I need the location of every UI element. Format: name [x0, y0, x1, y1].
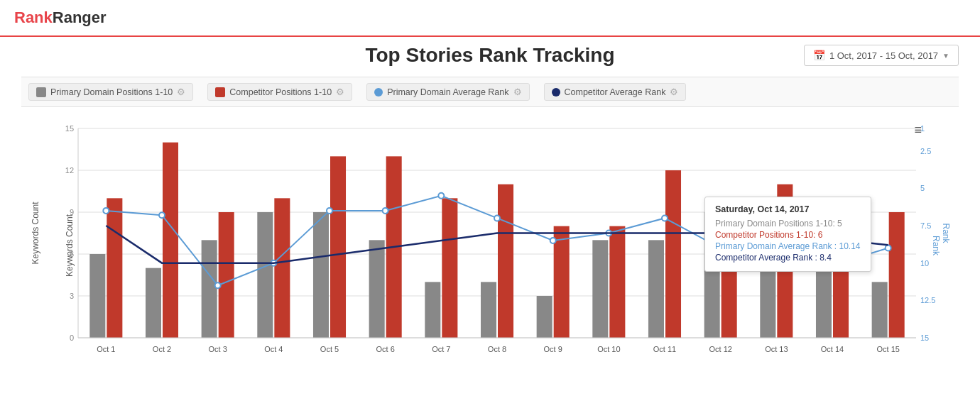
date-range-button[interactable]: 📅 1 Oct, 2017 - 15 Oct, 2017 ▼ [804, 45, 959, 66]
date-range-label: 1 Oct, 2017 - 15 Oct, 2017 [829, 50, 938, 61]
gear-icon-3[interactable]: ⚙ [513, 87, 522, 97]
legend-primary-avg-rank: Primary Domain Average Rank ⚙ [366, 83, 529, 101]
legend-swatch-red [215, 87, 225, 97]
gear-icon-2[interactable]: ⚙ [336, 87, 344, 97]
legend-competitor-positions: Competitor Positions 1-10 ⚙ [207, 83, 352, 101]
page-title: Top Stories Rank Tracking [365, 44, 614, 67]
gear-icon-4[interactable]: ⚙ [670, 87, 678, 97]
chart-container: ≡ Keywords Count Rank Saturday, Oct 14, … [28, 114, 952, 377]
legend-label-competitor-positions: Competitor Positions 1-10 [229, 87, 332, 97]
legend-primary-positions: Primary Domain Positions 1-10 ⚙ [28, 83, 193, 101]
legend-label-primary-positions: Primary Domain Positions 1-10 [50, 87, 173, 97]
legend-competitor-avg-rank: Competitor Average Rank ⚙ [544, 83, 687, 101]
logo-ranger: Ranger [53, 9, 107, 26]
legend-label-primary-avg: Primary Domain Average Rank [387, 87, 508, 97]
legend-swatch-blue-dark [552, 88, 560, 97]
title-row: Top Stories Rank Tracking 📅 1 Oct, 2017 … [21, 44, 959, 67]
logo-rank: Rank [14, 9, 53, 26]
logo: RankRanger [14, 9, 107, 27]
legend-swatch-blue-light [374, 88, 383, 97]
gear-icon-1[interactable]: ⚙ [177, 87, 185, 97]
chevron-down-icon: ▼ [942, 52, 949, 60]
main-content: Top Stories Rank Tracking 📅 1 Oct, 2017 … [0, 37, 980, 384]
calendar-icon: 📅 [813, 50, 825, 61]
chart-legend: Primary Domain Positions 1-10 ⚙ Competit… [21, 77, 959, 107]
legend-label-competitor-avg: Competitor Average Rank [565, 87, 666, 97]
legend-swatch-gray [36, 87, 46, 97]
chart-canvas [28, 114, 952, 377]
